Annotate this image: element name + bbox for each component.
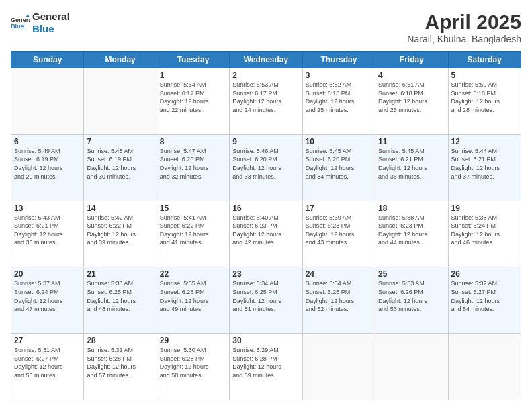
day-number: 10 [306,137,372,146]
day-info: Sunrise: 5:52 AM Sunset: 6:18 PM Dayligh… [306,81,372,114]
calendar-cell: 3Sunrise: 5:52 AM Sunset: 6:18 PM Daylig… [302,68,375,135]
day-info: Sunrise: 5:34 AM Sunset: 6:25 PM Dayligh… [232,279,299,313]
calendar-cell: 30Sunrise: 5:29 AM Sunset: 6:28 PM Dayli… [230,334,302,400]
day-info: Sunrise: 5:30 AM Sunset: 6:28 PM Dayligh… [160,346,226,379]
calendar-day-header: Wednesday [230,52,302,68]
day-number: 27 [14,336,81,345]
day-info: Sunrise: 5:35 AM Sunset: 6:25 PM Dayligh… [160,279,226,313]
calendar-cell: 9Sunrise: 5:46 AM Sunset: 6:20 PM Daylig… [230,134,302,201]
day-number: 3 [306,71,372,80]
day-info: Sunrise: 5:45 AM Sunset: 6:20 PM Dayligh… [306,147,372,181]
day-number: 1 [160,71,226,80]
day-info: Sunrise: 5:47 AM Sunset: 6:20 PM Dayligh… [160,147,226,181]
calendar-cell: 6Sunrise: 5:49 AM Sunset: 6:19 PM Daylig… [11,134,84,201]
calendar-cell: 2Sunrise: 5:53 AM Sunset: 6:17 PM Daylig… [230,68,302,135]
calendar-cell: 24Sunrise: 5:34 AM Sunset: 6:26 PM Dayli… [302,267,375,334]
calendar-week-row: 13Sunrise: 5:43 AM Sunset: 6:21 PM Dayli… [11,201,521,267]
day-info: Sunrise: 5:34 AM Sunset: 6:26 PM Dayligh… [306,279,372,313]
day-info: Sunrise: 5:44 AM Sunset: 6:21 PM Dayligh… [451,147,518,181]
logo: General Blue General Blue [11,11,70,35]
calendar-day-header: Sunday [11,52,84,68]
calendar-day-header: Saturday [448,52,521,68]
svg-text:General: General [11,17,30,24]
header: General Blue General Blue April 2025 Nar… [11,11,521,44]
svg-text:Blue: Blue [11,23,24,30]
calendar-cell: 12Sunrise: 5:44 AM Sunset: 6:21 PM Dayli… [448,134,521,201]
calendar-week-row: 1Sunrise: 5:54 AM Sunset: 6:17 PM Daylig… [11,68,521,135]
calendar-cell: 10Sunrise: 5:45 AM Sunset: 6:20 PM Dayli… [302,134,375,201]
day-info: Sunrise: 5:32 AM Sunset: 6:27 PM Dayligh… [451,279,518,313]
day-info: Sunrise: 5:39 AM Sunset: 6:23 PM Dayligh… [306,214,372,247]
logo-text-line1: General [32,11,70,23]
calendar-day-header: Friday [375,52,448,68]
day-number: 24 [306,269,372,279]
day-info: Sunrise: 5:37 AM Sunset: 6:24 PM Dayligh… [14,279,81,313]
calendar-cell: 19Sunrise: 5:38 AM Sunset: 6:24 PM Dayli… [448,201,521,267]
calendar-cell [84,68,157,135]
day-number: 8 [160,137,226,146]
calendar-day-header: Monday [84,52,157,68]
day-info: Sunrise: 5:54 AM Sunset: 6:17 PM Dayligh… [160,81,226,114]
day-info: Sunrise: 5:38 AM Sunset: 6:24 PM Dayligh… [451,214,518,247]
day-number: 18 [378,203,445,213]
day-info: Sunrise: 5:45 AM Sunset: 6:21 PM Dayligh… [378,147,445,181]
calendar-week-row: 27Sunrise: 5:31 AM Sunset: 6:27 PM Dayli… [11,334,521,400]
calendar-table: SundayMondayTuesdayWednesdayThursdayFrid… [11,51,521,400]
day-info: Sunrise: 5:46 AM Sunset: 6:20 PM Dayligh… [232,147,299,181]
calendar-cell: 11Sunrise: 5:45 AM Sunset: 6:21 PM Dayli… [375,134,448,201]
calendar-cell: 21Sunrise: 5:36 AM Sunset: 6:25 PM Dayli… [84,267,157,334]
calendar-cell: 17Sunrise: 5:39 AM Sunset: 6:23 PM Dayli… [302,201,375,267]
day-info: Sunrise: 5:51 AM Sunset: 6:18 PM Dayligh… [378,81,445,114]
day-info: Sunrise: 5:42 AM Sunset: 6:22 PM Dayligh… [87,214,153,247]
day-number: 30 [232,336,299,345]
day-number: 5 [451,71,518,80]
logo-icon: General Blue [11,13,30,32]
day-number: 14 [87,203,153,213]
calendar-cell: 8Sunrise: 5:47 AM Sunset: 6:20 PM Daylig… [157,134,229,201]
svg-marker-2 [26,14,30,17]
day-number: 16 [232,203,299,213]
day-info: Sunrise: 5:43 AM Sunset: 6:21 PM Dayligh… [14,214,81,247]
calendar-cell: 20Sunrise: 5:37 AM Sunset: 6:24 PM Dayli… [11,267,84,334]
calendar-day-header: Thursday [302,52,375,68]
calendar-cell: 26Sunrise: 5:32 AM Sunset: 6:27 PM Dayli… [448,267,521,334]
day-number: 21 [87,269,153,279]
calendar-cell: 1Sunrise: 5:54 AM Sunset: 6:17 PM Daylig… [157,68,229,135]
calendar-cell: 22Sunrise: 5:35 AM Sunset: 6:25 PM Dayli… [157,267,229,334]
day-number: 15 [160,203,226,213]
calendar-cell: 4Sunrise: 5:51 AM Sunset: 6:18 PM Daylig… [375,68,448,135]
day-info: Sunrise: 5:29 AM Sunset: 6:28 PM Dayligh… [232,346,299,379]
day-number: 22 [160,269,226,279]
calendar-week-row: 6Sunrise: 5:49 AM Sunset: 6:19 PM Daylig… [11,134,521,201]
day-number: 23 [232,269,299,279]
day-info: Sunrise: 5:33 AM Sunset: 6:26 PM Dayligh… [378,279,445,313]
day-number: 7 [87,137,153,146]
location: Narail, Khulna, Bangladesh [407,34,521,44]
calendar-header-row: SundayMondayTuesdayWednesdayThursdayFrid… [11,52,521,68]
day-number: 26 [451,269,518,279]
day-number: 9 [232,137,299,146]
calendar-cell: 28Sunrise: 5:31 AM Sunset: 6:28 PM Dayli… [84,334,157,400]
day-number: 25 [378,269,445,279]
calendar-cell: 14Sunrise: 5:42 AM Sunset: 6:22 PM Dayli… [84,201,157,267]
calendar-cell: 25Sunrise: 5:33 AM Sunset: 6:26 PM Dayli… [375,267,448,334]
calendar-week-row: 20Sunrise: 5:37 AM Sunset: 6:24 PM Dayli… [11,267,521,334]
day-number: 13 [14,203,81,213]
calendar-cell: 27Sunrise: 5:31 AM Sunset: 6:27 PM Dayli… [11,334,84,400]
day-number: 11 [378,137,445,146]
calendar-cell: 29Sunrise: 5:30 AM Sunset: 6:28 PM Dayli… [157,334,229,400]
calendar-cell: 23Sunrise: 5:34 AM Sunset: 6:25 PM Dayli… [230,267,302,334]
calendar-cell: 18Sunrise: 5:38 AM Sunset: 6:23 PM Dayli… [375,201,448,267]
day-number: 20 [14,269,81,279]
day-info: Sunrise: 5:31 AM Sunset: 6:27 PM Dayligh… [14,346,81,379]
calendar-cell: 13Sunrise: 5:43 AM Sunset: 6:21 PM Dayli… [11,201,84,267]
day-info: Sunrise: 5:38 AM Sunset: 6:23 PM Dayligh… [378,214,445,247]
day-info: Sunrise: 5:31 AM Sunset: 6:28 PM Dayligh… [87,346,153,379]
day-info: Sunrise: 5:49 AM Sunset: 6:19 PM Dayligh… [14,147,81,181]
title-block: April 2025 Narail, Khulna, Bangladesh [407,11,521,44]
day-number: 17 [306,203,372,213]
day-info: Sunrise: 5:53 AM Sunset: 6:17 PM Dayligh… [232,81,299,114]
day-number: 2 [232,71,299,80]
day-info: Sunrise: 5:50 AM Sunset: 6:18 PM Dayligh… [451,81,518,114]
day-info: Sunrise: 5:48 AM Sunset: 6:19 PM Dayligh… [87,147,153,181]
